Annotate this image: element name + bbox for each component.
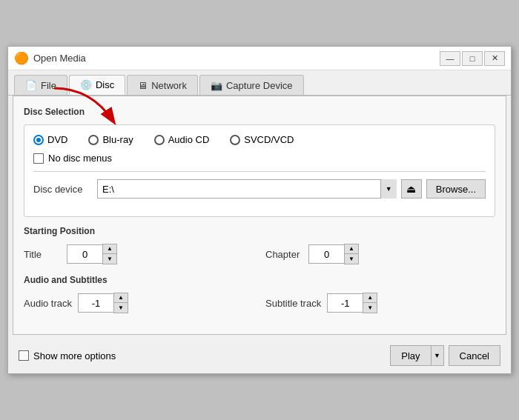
svcd-label: SVCD/VCD [244, 134, 294, 145]
subtitle-track-spinner: ▲ ▼ [327, 293, 377, 313]
tab-network[interactable]: 🖥 Network [127, 75, 198, 95]
starting-position-header: Starting Position [24, 226, 495, 236]
title-field-label: Title [24, 249, 61, 260]
footer-right: Play ▼ Cancel [390, 345, 500, 366]
window-icon: 🟠 [14, 51, 29, 65]
disc-selection-panel: DVD Blu-ray Audio CD SVCD/VCD No di [24, 124, 495, 217]
subtitle-track-pair: Subtitle track ▲ ▼ [265, 293, 495, 313]
cancel-button[interactable]: Cancel [449, 345, 500, 366]
title-controls: — □ ✕ [440, 51, 505, 66]
title-bar-left: 🟠 Open Media [14, 51, 86, 65]
subtitle-track-spinner-buttons: ▲ ▼ [363, 293, 377, 313]
audiocd-label: Audio CD [168, 134, 210, 145]
file-tab-label: File [41, 80, 56, 91]
show-more-checkbox[interactable] [19, 350, 29, 361]
tab-disc[interactable]: 💿 Disc [69, 75, 125, 95]
browse-button[interactable]: Browse... [426, 179, 486, 199]
footer-left: Show more options [19, 350, 116, 361]
bluray-radio[interactable] [88, 135, 99, 145]
starting-position-row: Title ▲ ▼ Chapter ▲ [24, 244, 495, 264]
footer: Show more options Play ▼ Cancel [8, 339, 511, 373]
title-spinner: ▲ ▼ [67, 244, 117, 264]
chapter-spinner: ▲ ▼ [308, 244, 359, 264]
title-bar: 🟠 Open Media — □ ✕ [8, 47, 511, 70]
eject-icon: ⏏ [406, 183, 416, 195]
capture-tab-icon: 📷 [211, 80, 222, 91]
play-button[interactable]: Play [390, 345, 430, 366]
subtitle-down-button[interactable]: ▼ [363, 303, 377, 313]
play-button-wrap: Play ▼ [390, 345, 443, 366]
title-field-pair: Title ▲ ▼ [24, 244, 254, 264]
chapter-up-button[interactable]: ▲ [345, 244, 358, 254]
audio-track-spinner: ▲ ▼ [78, 293, 128, 313]
disc-tab-label: Disc [96, 79, 114, 90]
dvd-option[interactable]: DVD [33, 134, 67, 145]
disc-selection-header: Disc Selection [24, 107, 495, 117]
open-media-window: 🟠 Open Media — □ ✕ 📄 File 💿 Disc 🖥 Netwo… [7, 46, 512, 374]
title-input[interactable] [67, 244, 102, 264]
file-tab-icon: 📄 [25, 80, 37, 91]
capture-tab-label: Capture Device [226, 80, 293, 91]
subtitle-up-button[interactable]: ▲ [363, 293, 377, 303]
subtitle-track-label: Subtitle track [265, 298, 321, 309]
tab-bar: 📄 File 💿 Disc 🖥 Network 📷 Capture Device [8, 70, 511, 96]
close-button[interactable]: ✕ [484, 51, 505, 66]
chapter-down-button[interactable]: ▼ [345, 254, 358, 264]
play-dropdown-button[interactable]: ▼ [431, 345, 444, 366]
network-tab-label: Network [151, 80, 187, 91]
main-content: Disc Selection DVD Blu-ray [13, 96, 506, 335]
audiocd-option[interactable]: Audio CD [154, 134, 210, 145]
svcd-option[interactable]: SVCD/VCD [230, 134, 294, 145]
network-tab-icon: 🖥 [138, 80, 148, 91]
tab-file[interactable]: 📄 File [14, 75, 67, 95]
tab-capture[interactable]: 📷 Capture Device [199, 75, 304, 95]
audio-subtitles-row: Audio track ▲ ▼ Subtitle track ▲ [24, 293, 495, 313]
title-down-button[interactable]: ▼ [103, 254, 116, 264]
audio-subtitles-header: Audio and Subtitles [24, 275, 495, 285]
disc-tab-icon: 💿 [80, 79, 92, 90]
maximize-button[interactable]: □ [462, 51, 483, 66]
no-disc-menus-row: No disc menus [33, 153, 486, 164]
audio-track-label: Audio track [24, 298, 72, 309]
audio-down-button[interactable]: ▼ [114, 303, 128, 313]
no-disc-menus-checkbox[interactable] [33, 153, 44, 164]
dvd-radio[interactable] [33, 135, 44, 145]
svcd-radio[interactable] [230, 135, 240, 145]
audio-up-button[interactable]: ▲ [114, 293, 128, 303]
audio-track-spinner-buttons: ▲ ▼ [113, 293, 128, 313]
show-more-label: Show more options [33, 350, 116, 361]
window-title: Open Media [33, 53, 86, 64]
subtitle-track-input[interactable] [327, 293, 363, 313]
audio-subtitles-group: Audio and Subtitles Audio track ▲ ▼ Subt… [24, 275, 495, 313]
starting-position-group: Starting Position Title ▲ ▼ Chapter [24, 226, 495, 264]
device-select[interactable]: E:\ [97, 179, 397, 199]
audiocd-radio[interactable] [154, 135, 165, 145]
bluray-label: Blu-ray [102, 134, 133, 145]
audio-track-input[interactable] [78, 293, 113, 313]
no-disc-menus-label: No disc menus [48, 153, 112, 164]
bluray-option[interactable]: Blu-ray [88, 134, 133, 145]
device-label: Disc device [33, 184, 93, 195]
title-spinner-buttons: ▲ ▼ [102, 244, 117, 264]
chapter-spinner-buttons: ▲ ▼ [344, 244, 359, 264]
eject-button[interactable]: ⏏ [401, 179, 422, 199]
device-row: Disc device E:\ ▼ ⏏ Browse... [33, 179, 486, 199]
chapter-input[interactable] [308, 244, 344, 264]
audio-track-pair: Audio track ▲ ▼ [24, 293, 254, 313]
device-select-wrapper: E:\ ▼ [97, 179, 397, 199]
divider [33, 171, 486, 172]
chapter-field-label: Chapter [265, 249, 303, 260]
chapter-field-pair: Chapter ▲ ▼ [265, 244, 495, 264]
title-up-button[interactable]: ▲ [103, 244, 116, 254]
dvd-label: DVD [47, 134, 67, 145]
minimize-button[interactable]: — [440, 51, 460, 66]
disc-type-options: DVD Blu-ray Audio CD SVCD/VCD [33, 134, 486, 145]
